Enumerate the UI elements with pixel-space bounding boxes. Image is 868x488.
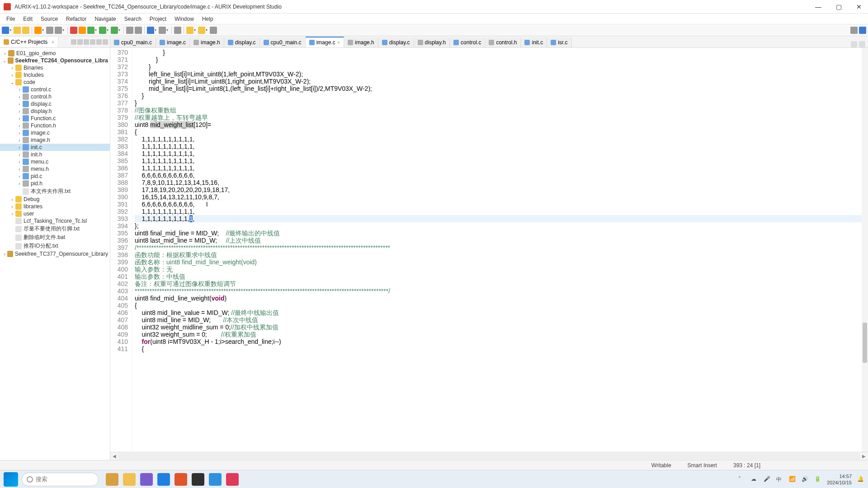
- code-line[interactable]: 7,8,9,10,11,12,13,14,15,16,: [135, 179, 868, 186]
- tree-folder[interactable]: ›libraries: [0, 203, 110, 210]
- editor-tab[interactable]: display.c: [224, 38, 260, 47]
- tree-file[interactable]: ›image.h: [0, 136, 110, 144]
- code-editor[interactable]: 3703713723733743753763773783793803813823…: [110, 48, 868, 452]
- menu-navigate[interactable]: Navigate: [91, 15, 119, 23]
- code-line[interactable]: {: [135, 128, 868, 136]
- code-line[interactable]: uint32 weight_sum = 0; //权重累加值: [135, 331, 868, 338]
- tray-mic-icon[interactable]: 🎤: [764, 476, 771, 483]
- code-line[interactable]: 1,1,1,1,1,1,1,1,1,1,: [135, 143, 868, 150]
- editor-tab[interactable]: image.h: [190, 38, 224, 47]
- taskbar-vs-icon[interactable]: [140, 473, 153, 486]
- taskbar-obs-icon[interactable]: [192, 473, 204, 486]
- taskbar-app-icon[interactable]: [106, 473, 118, 486]
- project-tree[interactable]: ›E01_gpio_demo ⌄Seekfree_TC264_Opensourc…: [0, 48, 110, 460]
- toolbar-quickaccess-icon[interactable]: [850, 27, 858, 34]
- sidebar-mini2-icon[interactable]: [77, 39, 83, 45]
- code-line[interactable]: ****************************************…: [135, 287, 868, 295]
- sidebar-tab-projects[interactable]: C/C++ Projects ×: [0, 37, 58, 47]
- toolbar-back-icon[interactable]: [186, 27, 193, 34]
- sidebar-mini6-icon[interactable]: [103, 39, 108, 45]
- code-line[interactable]: uint32 weight_midline_sum = 0;//加权中线累加值: [135, 324, 868, 331]
- toolbar-stop-icon[interactable]: [70, 27, 77, 34]
- code-line[interactable]: {: [135, 345, 868, 352]
- code-line[interactable]: 1,1,1,1,1,1,1,1,1,1,: [135, 208, 868, 215]
- code-line[interactable]: 输出参数：中线值: [135, 273, 868, 280]
- taskbar-app3-icon[interactable]: [226, 473, 239, 486]
- toolbar-nav-icon[interactable]: [159, 27, 166, 34]
- editor-tab[interactable]: display.c: [378, 38, 414, 47]
- tree-file[interactable]: 尽量不要使用的引脚.txt: [0, 225, 110, 233]
- toolbar-import-icon[interactable]: [126, 27, 133, 34]
- tray-notifications-icon[interactable]: 🔔: [857, 476, 864, 483]
- code-line[interactable]: }: [135, 99, 868, 107]
- sidebar-mini4-icon[interactable]: [90, 39, 95, 45]
- tray-wifi-icon[interactable]: 📶: [789, 476, 796, 483]
- minimize-button[interactable]: —: [812, 3, 824, 10]
- tray-onedrive-icon[interactable]: ☁: [751, 476, 758, 483]
- tree-file[interactable]: ›menu.h: [0, 165, 110, 173]
- editor-tab[interactable]: display.h: [414, 38, 450, 47]
- taskbar-clock[interactable]: 14:57 2024/10/15: [827, 473, 852, 486]
- tree-project[interactable]: ›E01_gpio_demo: [0, 50, 110, 57]
- sidebar-mini5-icon[interactable]: [96, 39, 102, 45]
- tree-file[interactable]: 删除临时文件.bat: [0, 233, 110, 242]
- tree-file[interactable]: ›control.h: [0, 93, 110, 100]
- code-line[interactable]: //权重越靠上，车转弯越早: [135, 114, 868, 121]
- vertical-scrollbar[interactable]: [862, 48, 868, 452]
- toolbar-run-icon[interactable]: [99, 27, 106, 34]
- toolbar-save-icon[interactable]: [14, 27, 21, 34]
- menu-help[interactable]: Help: [198, 15, 217, 23]
- menu-refactor[interactable]: Refactor: [62, 15, 90, 23]
- editor-tab[interactable]: image.c: [156, 38, 190, 47]
- tree-file[interactable]: ›display.h: [0, 108, 110, 115]
- system-tray[interactable]: ˄ ☁ 🎤 中 📶 🔊 🔋 14:57 2024/10/15 🔔: [738, 473, 864, 486]
- toolbar-perspective-icon[interactable]: [859, 27, 866, 34]
- menu-window[interactable]: Window: [171, 15, 198, 23]
- tree-project[interactable]: ›Seekfree_TC377_Opensource_Library: [0, 250, 110, 258]
- code-body[interactable]: } } } left_line_list[i]=Limit_uint8(1,le…: [132, 48, 868, 452]
- editor-tab[interactable]: image.h: [344, 38, 378, 47]
- code-line[interactable]: uint8 last_mid_line = MID_W; //上次中线值: [135, 237, 868, 244]
- editor-maximize-icon[interactable]: [859, 41, 865, 47]
- tree-folder[interactable]: ›Includes: [0, 71, 110, 79]
- code-line[interactable]: uint8 mid_line = MID_W; //本次中线值: [135, 316, 868, 324]
- tree-file[interactable]: Lcf_Tasking_Tricore_Tc.lsl: [0, 217, 110, 225]
- close-button[interactable]: ✕: [854, 3, 864, 10]
- menu-search[interactable]: Search: [121, 15, 145, 23]
- tray-chevron-icon[interactable]: ˄: [738, 476, 745, 483]
- toolbar-saveall-icon[interactable]: [22, 27, 29, 34]
- tree-file[interactable]: ›init.h: [0, 151, 110, 158]
- code-line[interactable]: 1,1,1,1,1,1,1,1,1,1,: [135, 215, 868, 222]
- tree-project[interactable]: ⌄Seekfree_TC264_Opensource_Libra: [0, 57, 110, 64]
- code-line[interactable]: 备注：权重可通过图像权重数组调节: [135, 280, 868, 287]
- tree-file[interactable]: 本文件夹作用.txt: [0, 187, 110, 196]
- editor-tab[interactable]: control.h: [485, 38, 521, 47]
- code-line[interactable]: 1,1,1,1,1,1,1,1,1,1,: [135, 164, 868, 172]
- sidebar-tab-close-icon[interactable]: ×: [51, 39, 54, 45]
- code-line[interactable]: //图像权重数组: [135, 107, 868, 114]
- toolbar-tool2-icon[interactable]: [55, 27, 62, 34]
- tray-battery-icon[interactable]: 🔋: [814, 476, 821, 483]
- editor-tab[interactable]: isr.c: [547, 38, 571, 47]
- tree-file[interactable]: ›pid.h: [0, 180, 110, 187]
- tree-file[interactable]: ›control.c: [0, 86, 110, 93]
- code-line[interactable]: }: [135, 56, 868, 63]
- menu-source[interactable]: Source: [37, 15, 61, 23]
- code-line[interactable]: 输入参数：无: [135, 266, 868, 273]
- code-line[interactable]: 1,1,1,1,1,1,1,1,1,1,: [135, 157, 868, 164]
- code-line[interactable]: uint8 mid_weight_list[120]=: [135, 121, 868, 128]
- tray-ime-icon[interactable]: 中: [776, 476, 783, 483]
- tree-file[interactable]: ›display.c: [0, 100, 110, 108]
- code-line[interactable]: right_line_list[i]=Limit_uint8(1,right_p…: [135, 78, 868, 85]
- menu-project[interactable]: Project: [146, 15, 170, 23]
- toolbar-search-icon[interactable]: [147, 27, 154, 34]
- toolbar-flash-icon[interactable]: [79, 27, 86, 34]
- editor-tab[interactable]: control.c: [450, 38, 485, 47]
- tree-file[interactable]: ›Function.h: [0, 122, 110, 129]
- tree-file[interactable]: ›image.c: [0, 129, 110, 136]
- toolbar-export-icon[interactable]: [135, 27, 142, 34]
- code-line[interactable]: mid_line_list[i]=Limit_uint8(1,(left_lin…: [135, 85, 868, 92]
- code-line[interactable]: }: [135, 92, 868, 99]
- code-line[interactable]: 函数名称：uint8 find_mid_line_weight(void): [135, 258, 868, 266]
- toolbar-fwd-icon[interactable]: [198, 27, 205, 34]
